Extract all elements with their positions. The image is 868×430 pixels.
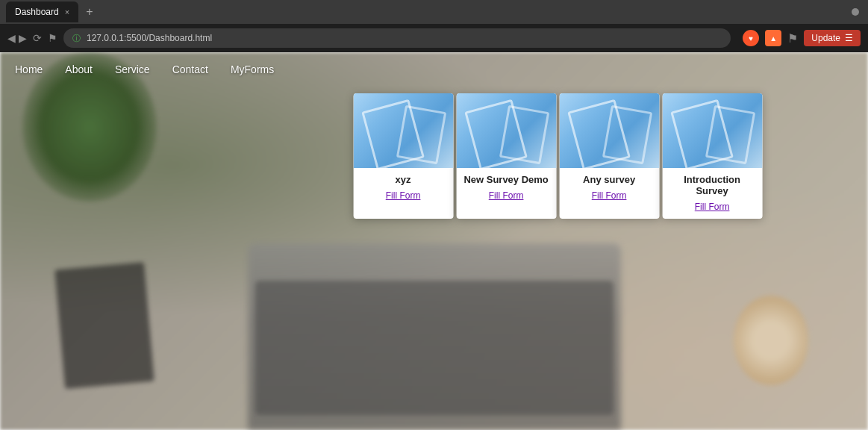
page-content: Home About Service Contact MyForms xyz F…	[0, 52, 868, 430]
brave-heart-icon[interactable]: ♥	[743, 30, 759, 46]
tab-close-button[interactable]: ×	[65, 7, 69, 16]
browser-extension-icons: ♥ ▲ ⚑	[743, 30, 798, 46]
notebook-decoration	[54, 262, 154, 389]
browser-chrome: Dashboard × + ◀ ▶ ⟳ ⚑ ⓘ 127.0.0.1:5500/D…	[0, 0, 868, 52]
fill-form-link-xyz[interactable]: Fill Form	[386, 190, 421, 201]
card-title-new-survey: New Survey Demo	[463, 174, 549, 185]
browser-nav-bar: ◀ ▶ ⟳ ⚑ ⓘ 127.0.0.1:5500/Dashboard.html …	[0, 24, 868, 52]
nav-item-contact[interactable]: Contact	[172, 63, 208, 75]
nav-item-myforms[interactable]: MyForms	[231, 63, 274, 75]
tab-bar: Dashboard × +	[0, 0, 868, 24]
fill-form-link-new-survey[interactable]: Fill Form	[489, 190, 524, 201]
survey-card-any-survey: Any survey Fill Form	[559, 93, 659, 219]
fill-form-link-any-survey[interactable]: Fill Form	[592, 190, 627, 201]
card-body-intro-survey: Introduction Survey Fill Form	[662, 168, 762, 219]
site-nav: Home About Service Contact MyForms	[0, 52, 868, 86]
survey-card-intro-survey: Introduction Survey Fill Form	[662, 93, 762, 219]
card-title-any-survey: Any survey	[566, 174, 652, 185]
active-tab[interactable]: Dashboard ×	[6, 1, 78, 22]
coffee-decoration	[734, 296, 808, 385]
fill-form-link-intro-survey[interactable]: Fill Form	[695, 202, 730, 212]
card-body-xyz: xyz Fill Form	[353, 168, 453, 208]
card-body-new-survey: New Survey Demo Fill Form	[456, 168, 556, 208]
survey-card-xyz: xyz Fill Form	[353, 93, 453, 219]
nav-item-home[interactable]: Home	[15, 63, 43, 75]
survey-cards-container: xyz Fill Form New Survey Demo Fill Form …	[352, 93, 764, 219]
update-button[interactable]: Update ☰	[804, 30, 861, 46]
extensions-icon[interactable]: ⚑	[787, 31, 798, 46]
card-title-intro-survey: Introduction Survey	[669, 174, 755, 196]
card-image-intro-survey	[662, 93, 762, 168]
bookmark-icon[interactable]: ⚑	[48, 32, 57, 44]
menu-icon: ☰	[845, 33, 853, 43]
nav-item-about[interactable]: About	[65, 63, 93, 75]
address-text: 127.0.0.1:5500/Dashboard.html	[87, 33, 212, 43]
card-title-xyz: xyz	[360, 174, 446, 185]
survey-card-new-survey: New Survey Demo Fill Form	[456, 93, 556, 219]
new-tab-button[interactable]: +	[81, 4, 97, 20]
forward-button[interactable]: ▶	[19, 32, 27, 44]
nav-item-service[interactable]: Service	[115, 63, 150, 75]
card-image-xyz	[353, 93, 453, 168]
address-bar[interactable]: ⓘ 127.0.0.1:5500/Dashboard.html	[63, 28, 731, 48]
brave-shield-icon[interactable]: ▲	[765, 30, 781, 46]
keyboard-decoration	[255, 281, 613, 415]
refresh-button[interactable]: ⟳	[33, 32, 42, 44]
nav-arrows: ◀ ▶	[7, 32, 27, 44]
card-body-any-survey: Any survey Fill Form	[559, 168, 659, 208]
card-image-new-survey	[456, 93, 556, 168]
card-image-any-survey	[559, 93, 659, 168]
tab-dot-indicator	[852, 8, 859, 16]
back-button[interactable]: ◀	[7, 32, 16, 44]
lock-icon: ⓘ	[72, 33, 81, 44]
tab-title: Dashboard	[15, 7, 59, 17]
update-label: Update	[811, 33, 840, 43]
